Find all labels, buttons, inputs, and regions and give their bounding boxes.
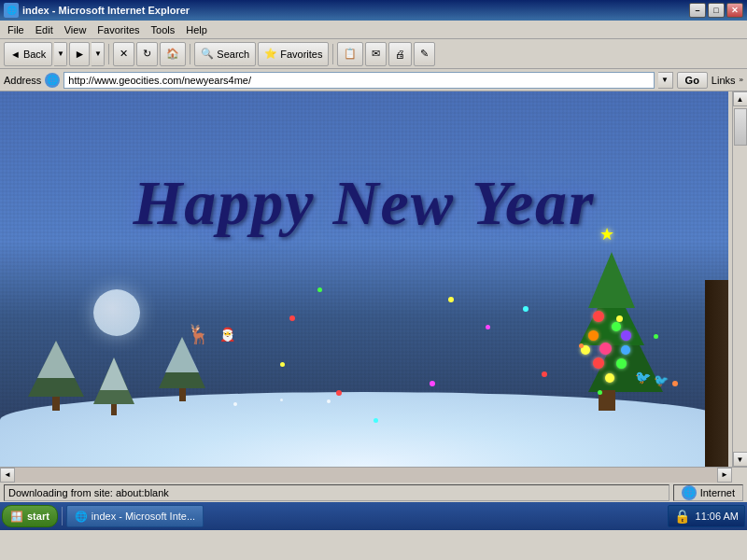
toolbar-sep-3 [332,44,333,64]
taskbar-sep [62,507,63,525]
search-button[interactable]: 🔍 Search [194,42,256,66]
scroll-thumb[interactable] [734,108,747,146]
minimize-button[interactable]: – [689,3,706,18]
history-button[interactable]: 📋 [337,42,363,66]
confetti-dot-9 [374,418,378,423]
scroll-right-button[interactable]: ► [717,468,732,483]
confetti-dot-6 [616,315,623,322]
search-label: Search [217,49,249,60]
taskbar-window-label: index - Microsoft Inte... [92,511,195,522]
menu-file[interactable]: File [2,22,30,37]
horizontal-scrollbar: ◄ ► [0,467,747,482]
dark-tree-trunk [705,280,728,467]
menu-tools[interactable]: Tools [146,22,181,37]
stop-button[interactable]: ✕ [113,42,134,66]
toolbar-sep-1 [108,44,109,64]
menu-view[interactable]: View [59,22,92,37]
snow-tree-1 [28,341,84,411]
taskbar-window-item[interactable]: 🌐 index - Microsoft Inte... [66,505,204,527]
confetti-dot-0 [289,315,295,321]
address-dropdown[interactable]: ▼ [658,72,673,89]
edit-icon: ✎ [420,48,429,60]
taskbar: 🪟 start 🌐 index - Microsoft Inte... 🔒 11… [0,502,747,530]
print-button[interactable]: 🖨 [388,42,412,66]
go-button[interactable]: Go [677,72,708,89]
system-tray: 🔒 11:06 AM [668,505,745,527]
browser-content-area: Happy New Year [0,91,747,467]
birds-icon: 🐦 [635,370,651,385]
bird2-icon: 🐦 [654,373,669,387]
confetti-dot-12 [542,371,547,377]
menu-edit[interactable]: Edit [30,22,59,37]
confetti-dot-1 [317,287,322,292]
confetti-dot-3 [486,325,490,329]
back-button[interactable]: ◄ Back [4,42,52,66]
menu-favorites[interactable]: Favorites [92,22,145,37]
forward-button[interactable]: ► [69,42,90,66]
sleigh-icon: 🎅 [219,327,235,342]
back-dropdown[interactable]: ▼ [54,42,67,66]
status-bar: Downloading from site: about:blank 🌐 Int… [0,482,747,502]
window-title: index - Microsoft Internet Explorer [22,5,190,16]
favorites-button[interactable]: ⭐ Favorites [258,42,329,66]
address-globe-icon: 🌐 [45,73,60,88]
scroll-left-button[interactable]: ◄ [0,468,15,483]
snow-sparkle-3 [327,399,331,403]
maximize-button[interactable]: □ [708,3,725,18]
home-icon: 🏠 [166,48,179,60]
toolbar: ◄ Back ▼ ► ▼ ✕ ↻ 🏠 🔍 Search ⭐ Favorites … [0,39,747,69]
scroll-up-button[interactable]: ▲ [733,91,748,106]
scrollbar-corner [732,468,747,483]
confetti-dot-10 [430,381,435,386]
status-zone: 🌐 Internet [673,484,743,501]
confetti-dot-11 [280,362,285,367]
mail-button[interactable]: ✉ [365,42,387,66]
toolbar-sep-2 [190,44,190,64]
snow-sparkle-1 [233,402,237,406]
links-button[interactable]: Links [712,75,736,86]
browser-area: Happy New Year [0,91,747,467]
address-bar: Address 🌐 ▼ Go Links » [0,69,747,91]
title-bar: 🌐 index - Microsoft Internet Explorer – … [0,0,747,21]
zone-icon: 🌐 [682,485,697,500]
page-background: Happy New Year [0,91,728,467]
favorites-label: Favorites [280,49,322,60]
confetti-dot-2 [448,297,454,302]
window-controls: – □ ✕ [689,3,743,18]
vertical-scrollbar[interactable]: ▲ ▼ [732,91,747,467]
status-text: Downloading from site: about:blank [4,484,669,501]
reindeer-icon: 🦌 [187,323,210,345]
refresh-icon: ↻ [143,48,151,60]
start-icon: 🪟 [10,511,23,523]
address-label: Address [4,75,41,86]
hscroll-track [15,468,717,483]
happy-new-year-heading: Happy New Year [133,166,595,240]
print-icon: 🖨 [395,49,405,60]
history-icon: 📋 [344,48,357,60]
scroll-down-button[interactable]: ▼ [733,452,748,467]
confetti-dot-5 [579,343,584,348]
edit-button[interactable]: ✎ [414,42,435,66]
search-icon: 🔍 [201,48,214,60]
home-button[interactable]: 🏠 [160,42,186,66]
snow-sparkle-2 [280,399,283,401]
refresh-button[interactable]: ↻ [136,42,158,66]
title-bar-left: 🌐 index - Microsoft Internet Explorer [4,3,190,18]
menu-bar: File Edit View Favorites Tools Help [0,21,747,39]
confetti-dot-8 [336,390,342,396]
close-button[interactable]: ✕ [726,3,743,18]
flying-reindeer-scene: 🦌 🎅 [187,323,235,345]
mail-icon: ✉ [372,48,380,60]
back-arrow-icon: ◄ [10,49,21,60]
start-button[interactable]: 🪟 start [2,505,58,527]
confetti-dot-4 [523,306,529,312]
tray-lock-icon: 🔒 [674,509,690,524]
forward-dropdown[interactable]: ▼ [92,42,105,66]
snow-tree-2 [93,357,134,415]
confetti-dot-14 [672,381,678,386]
taskbar-window-icon: 🌐 [75,511,88,523]
confetti-dot-7 [654,334,658,339]
address-input[interactable] [63,72,654,89]
winter-scene: 🦌 🎅 [0,280,728,467]
menu-help[interactable]: Help [180,22,213,37]
